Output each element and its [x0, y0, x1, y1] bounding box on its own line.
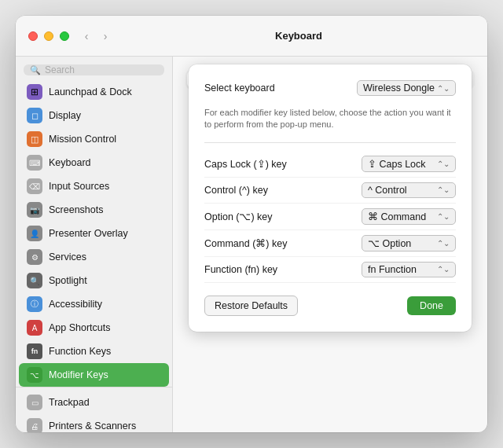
option-select[interactable]: ⌘ Command ⌃⌄ — [362, 208, 456, 225]
sidebar-item-label: Accessibility — [49, 299, 102, 310]
caps-lock-select[interactable]: ⇪ Caps Lock ⌃⌄ — [362, 156, 456, 172]
command-arrows-icon: ⌃⌄ — [437, 239, 450, 248]
screenshots-icon: 📷 — [27, 202, 42, 218]
select-keyboard-row: Select keyboard Wireless Dongle ⌃⌄ — [204, 80, 456, 96]
command-label: Command (⌘) key — [204, 237, 287, 249]
sidebar-item-label: Launchpad & Dock — [49, 86, 132, 97]
sidebar-item-printers[interactable]: 🖨 Printers & Scanners — [19, 414, 169, 432]
modal-overlay: Select keyboard Wireless Dongle ⌃⌄ For e… — [173, 57, 487, 432]
control-arrows-icon: ⌃⌄ — [437, 185, 450, 194]
main-window: ‹ › Keyboard 🔍 Search ⊞ Launchpad & Dock… — [16, 16, 487, 432]
sidebar-item-modifier-keys[interactable]: ⌥ Modifier Keys — [19, 363, 169, 387]
sidebar-item-mission-control[interactable]: ◫ Mission Control — [19, 127, 169, 151]
sidebar-item-input-sources[interactable]: ⌫ Input Sources — [19, 174, 169, 198]
app-shortcuts-icon: A — [27, 320, 42, 336]
control-value: ^ Control — [368, 185, 407, 196]
modal-footer: Restore Defaults Done — [204, 296, 456, 316]
trackpad-icon: ▭ — [27, 395, 42, 410]
sidebar-item-label: Screenshots — [49, 204, 103, 215]
command-value: ⌥ Option — [368, 237, 411, 249]
sidebar-item-label: Services — [49, 252, 86, 263]
traffic-lights — [28, 31, 69, 41]
content-area: 🔍 Search ⊞ Launchpad & Dock ◻ Display ◫ … — [16, 57, 487, 432]
function-value: fn Function — [368, 264, 417, 275]
option-row: Option (⌥) key ⌘ Command ⌃⌄ — [204, 204, 456, 230]
printers-icon: 🖨 — [27, 418, 42, 432]
sidebar-item-function-keys[interactable]: fn Function Keys — [19, 340, 169, 363]
keyboard-icon: ⌨ — [27, 155, 42, 171]
caps-lock-label: Caps Lock (⇪) key — [204, 158, 287, 170]
option-label: Option (⌥) key — [204, 211, 273, 222]
command-row: Command (⌘) key ⌥ Option ⌃⌄ — [204, 230, 456, 257]
caps-lock-value: ⇪ Caps Lock — [368, 158, 426, 170]
sidebar-item-accessibility[interactable]: ⓘ Accessibility — [19, 292, 169, 316]
maximize-button[interactable] — [60, 31, 69, 41]
sidebar-item-label: Printers & Scanners — [49, 420, 136, 431]
main-content: Keyboard Text Input Dictation Select key… — [173, 57, 487, 432]
input-sources-icon: ⌫ — [27, 178, 42, 194]
sidebar-item-label: Input Sources — [49, 181, 109, 192]
mission-control-icon: ◫ — [27, 131, 42, 147]
nav-buttons: ‹ › — [79, 28, 113, 44]
sidebar-item-label: Presenter Overlay — [49, 228, 128, 239]
control-row: Control (^) key ^ Control ⌃⌄ — [204, 178, 456, 204]
sidebar-bottom: ▭ Trackpad 🖨 Printers & Scanners — [16, 387, 172, 432]
window-title: Keyboard — [123, 30, 475, 42]
control-label: Control (^) key — [204, 185, 268, 196]
sidebar-item-screenshots[interactable]: 📷 Screenshots — [19, 198, 169, 222]
spotlight-icon: 🔍 — [27, 273, 42, 288]
forward-button[interactable]: › — [97, 28, 113, 44]
command-select[interactable]: ⌥ Option ⌃⌄ — [362, 235, 456, 252]
function-label: Function (fn) key — [204, 264, 277, 275]
sidebar-item-label: Modifier Keys — [49, 369, 108, 380]
titlebar: ‹ › Keyboard — [16, 16, 487, 57]
back-button[interactable]: ‹ — [79, 28, 94, 44]
dropdown-arrows-icon: ⌃⌄ — [437, 84, 450, 93]
select-keyboard-value: Wireless Dongle — [363, 83, 435, 94]
caps-lock-arrows-icon: ⌃⌄ — [437, 160, 450, 168]
search-icon: 🔍 — [30, 65, 41, 75]
display-icon: ◻ — [27, 108, 42, 123]
services-icon: ⚙ — [27, 249, 42, 265]
launchpad-icon: ⊞ — [27, 84, 42, 100]
select-keyboard-label: Select keyboard — [204, 83, 275, 94]
sidebar-item-launchpad[interactable]: ⊞ Launchpad & Dock — [19, 80, 169, 104]
caps-lock-row: Caps Lock (⇪) key ⇪ Caps Lock ⌃⌄ — [204, 151, 456, 178]
sidebar-item-keyboard[interactable]: ⌨ Keyboard — [19, 151, 169, 174]
minimize-button[interactable] — [44, 31, 53, 41]
done-button[interactable]: Done — [407, 296, 456, 315]
modifier-keys-modal: Select keyboard Wireless Dongle ⌃⌄ For e… — [189, 64, 472, 332]
sidebar-item-label: Display — [49, 110, 81, 121]
divider — [204, 142, 456, 143]
sidebar-item-label: Function Keys — [49, 346, 111, 357]
modifier-keys-icon: ⌥ — [27, 367, 42, 383]
sidebar-item-spotlight[interactable]: 🔍 Spotlight — [19, 269, 169, 292]
sidebar-item-services[interactable]: ⚙ Services — [19, 245, 169, 269]
sidebar-item-presenter-overlay[interactable]: 👤 Presenter Overlay — [19, 222, 169, 245]
select-keyboard-dropdown[interactable]: Wireless Dongle ⌃⌄ — [357, 80, 456, 96]
sidebar-item-label: Keyboard — [49, 157, 91, 168]
option-value: ⌘ Command — [368, 211, 426, 222]
sidebar-item-label: App Shortcuts — [49, 322, 111, 333]
function-arrows-icon: ⌃⌄ — [437, 265, 450, 274]
sidebar-item-label: Mission Control — [49, 134, 116, 145]
sidebar-item-app-shortcuts[interactable]: A App Shortcuts — [19, 316, 169, 340]
sidebar-item-trackpad[interactable]: ▭ Trackpad — [19, 391, 169, 414]
close-button[interactable] — [28, 31, 38, 41]
restore-defaults-button[interactable]: Restore Defaults — [204, 296, 298, 316]
sidebar-item-label: Trackpad — [49, 397, 90, 408]
modal-description: For each modifier key listed below, choo… — [204, 107, 456, 131]
accessibility-icon: ⓘ — [27, 296, 42, 312]
sidebar: 🔍 Search ⊞ Launchpad & Dock ◻ Display ◫ … — [16, 57, 173, 432]
sidebar-item-label: Spotlight — [49, 275, 87, 286]
option-arrows-icon: ⌃⌄ — [437, 212, 450, 221]
function-select[interactable]: fn Function ⌃⌄ — [362, 262, 456, 277]
search-placeholder: Search — [45, 64, 75, 75]
control-select[interactable]: ^ Control ⌃⌄ — [362, 182, 456, 198]
function-keys-icon: fn — [27, 343, 42, 359]
sidebar-item-display[interactable]: ◻ Display — [19, 104, 169, 127]
search-box[interactable]: 🔍 Search — [24, 64, 164, 75]
function-row: Function (fn) key fn Function ⌃⌄ — [204, 257, 456, 283]
presenter-icon: 👤 — [27, 226, 42, 241]
